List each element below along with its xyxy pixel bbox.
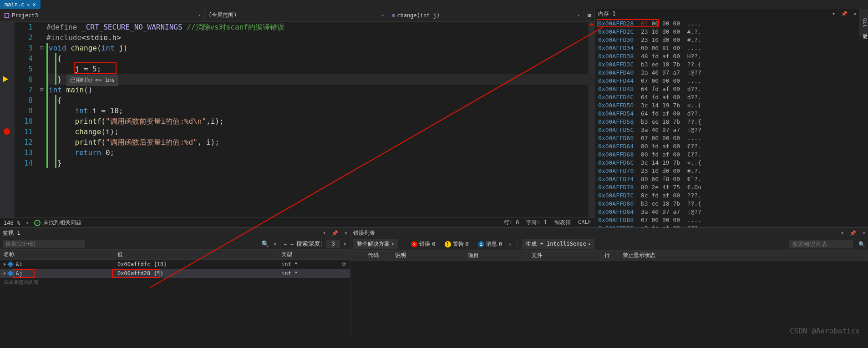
error-search-input[interactable] [789,240,853,248]
memory-line[interactable]: 0x00AFFD58 b3 ee 18 7b ??.{ [598,118,857,126]
memory-line[interactable]: 0x00AFFD5C 3a 40 97 a7 :@?? [598,126,857,135]
warnings-filter-button[interactable]: ! 警告 0 [442,239,472,249]
memory-line[interactable]: 0x00AFFD2C 23 10 d0 00 #.?. [598,28,857,36]
code-line[interactable]: }已用时间 <= 1ms [46,74,595,85]
watch-search-input[interactable] [3,240,85,248]
watch-add-item[interactable]: 添加要监视的项 [0,278,350,287]
scope-crumb[interactable]: (全局范围) ▾ [205,9,388,21]
depth-input[interactable] [326,240,340,248]
code-line[interactable]: change(i); [46,126,595,137]
memory-line[interactable]: 0x00AFFD88 07 00 00 00 .... [598,217,857,225]
memory-line[interactable]: 0x00AFFD6C 3c 14 19 7b <..{ [598,159,857,167]
watch-col-value[interactable]: 值 [114,251,278,258]
memory-line[interactable]: 0x00AFFD3C b3 ee 18 7b ??.{ [598,61,857,69]
watch-col-name[interactable]: 名称 [0,251,114,258]
code-line[interactable]: { [46,53,595,64]
close-icon[interactable]: × [344,230,347,236]
memory-line[interactable]: 0x00AFFD54 64 fd af 00 d??. [598,110,857,118]
pin-icon[interactable]: 📌 [332,230,338,236]
memory-line[interactable]: 0x00AFFD74 80 60 f8 00 €`?. [598,176,857,184]
window-menu-icon[interactable]: ▾ [832,11,835,17]
code-line[interactable]: { [46,95,595,106]
watch-col-type[interactable]: 类型 [278,251,350,258]
close-icon[interactable]: × [862,230,865,236]
window-menu-icon[interactable]: ▾ [323,230,326,236]
code-line[interactable]: #define _CRT_SECURE_NO_WARNINGS //消除vs对s… [46,22,595,32]
messages-filter-button[interactable]: i 消息 0 [475,239,505,249]
split-icon[interactable]: ⊞ [584,9,595,21]
build-source-label: 生成 + IntelliSense [526,240,586,248]
indent-mode: 制表符 [554,219,571,227]
err-col-code[interactable]: 代码 [364,252,391,259]
watch-row[interactable]: &i0x00affdfc {10}int *⟳ [0,260,350,269]
err-col-proj[interactable]: 项目 [464,252,528,259]
code-line[interactable]: } [46,158,595,168]
error-scope-dropdown[interactable]: 整个解决方案 ▾ [353,239,398,249]
pin-icon[interactable]: 📌 [850,230,856,236]
close-icon[interactable]: × [853,11,857,17]
memory-line[interactable]: 0x00AFFD80 b3 ee 18 7b ??.{ [598,200,857,208]
search-icon[interactable]: 🔍 [858,241,865,247]
code-line[interactable]: int main() [46,85,595,95]
code-line[interactable]: j = 5; [46,64,595,74]
pin-icon[interactable]: 📌 [841,11,848,17]
refresh-icon[interactable]: ⟳ [342,261,346,267]
close-icon[interactable]: × [32,1,36,8]
code-line[interactable]: #include<stdio.h> [46,32,595,43]
build-source-dropdown[interactable]: 生成 + IntelliSense ▾ [522,239,594,249]
fold-icon[interactable]: ⊟ [37,43,46,53]
watch-row[interactable]: &j0x00affd28 {5}int * [0,269,350,278]
clear-filter-icon[interactable]: ✕ [508,241,512,247]
memory-line[interactable]: 0x00AFFD4C 64 fd af 00 d??. [598,94,857,102]
code-line[interactable]: return 0; [46,147,595,158]
chevron-down-icon[interactable]: ▾ [274,241,277,247]
memory-line[interactable]: 0x00AFFD78 80 2e 4f 75 €.Ou [598,184,857,192]
code-line[interactable]: void change(int j) [46,43,595,53]
file-tab[interactable]: main.c ⇱ × [0,0,41,9]
memory-line[interactable]: 0x00AFFD48 64 fd af 00 d??. [598,86,857,94]
memory-line[interactable]: 0x00AFFD40 3a 40 97 a7 :@?? [598,69,857,77]
pin-icon[interactable]: ⇱ [27,2,30,7]
memory-line[interactable]: 0x00AFFD64 80 fd af 00 €??. [598,143,857,151]
memory-line[interactable]: 0x00AFFD8C a8 fd af 00 ???. [598,225,857,227]
memory-line[interactable]: 0x00AFFD30 23 10 d0 00 #.?. [598,36,857,45]
err-col-file[interactable]: 文件 [528,252,601,259]
memory-line[interactable]: 0x00AFFD7C 8c fd af 00 ???. [598,192,857,200]
chevron-down-icon: ▾ [198,13,201,18]
nav-prev-icon[interactable]: ← [284,241,288,247]
project-crumb-label: Project3 [12,12,38,19]
code-editor[interactable]: 1234567891011121314 ⊟⊟ #define _CRT_SECU… [0,22,595,217]
memory-view[interactable]: 0x00AFFD28 05 00 00 00 ....0x00AFFD2C 23… [595,18,859,227]
chevron-down-icon[interactable]: ▾ [343,241,346,247]
err-col-line[interactable]: 行 [601,252,619,259]
svg-rect-1 [5,14,9,17]
git-changes-tab[interactable]: Git 更改 [859,9,868,36]
code-line[interactable]: int i = 10; [46,106,595,116]
chevron-down-icon[interactable]: ▾ [25,220,29,226]
err-col-sup[interactable]: 禁止显示状态 [619,252,868,259]
function-crumb[interactable]: ⚙ change(int j) ▾ [388,9,584,21]
window-menu-icon[interactable]: ▾ [841,230,844,236]
zoom-level[interactable]: 146 % [4,220,20,226]
memory-line[interactable]: 0x00AFFD70 23 10 d0 00 #.?. [598,167,857,176]
search-icon[interactable]: 🔍 [261,240,269,247]
code-line[interactable]: printf("调用函数后变量i的值:%d", i); [46,137,595,147]
memory-line[interactable]: 0x00AFFD84 3a 40 97 a7 :@?? [598,208,857,217]
breakpoint-icon[interactable] [4,128,10,135]
line-number: 2 [15,32,33,43]
project-crumb[interactable]: Project3 ▾ [0,9,205,21]
nav-next-icon[interactable]: → [290,241,294,247]
code-line[interactable]: printf("调用函数前变量i的值:%d\n",i); [46,116,595,126]
memory-line[interactable]: 0x00AFFD68 80 fd af 00 €??. [598,151,857,159]
err-col-desc[interactable]: 说明 [391,252,464,259]
memory-line[interactable]: 0x00AFFD44 07 00 00 00 .... [598,77,857,86]
memory-line[interactable]: 0x00AFFD38 48 fd af 00 H??. [598,53,857,61]
fold-icon[interactable]: ⊟ [37,85,46,95]
memory-line[interactable]: 0x00AFFD50 3c 14 19 7b <..{ [598,102,857,110]
memory-line[interactable]: 0x00AFFD60 07 00 00 00 .... [598,135,857,143]
expand-icon[interactable] [4,272,6,275]
errors-filter-button[interactable]: ✕ 错误 0 [408,239,438,249]
memory-line[interactable]: 0x00AFFD34 00 00 81 00 .... [598,45,857,53]
watch-grid[interactable]: 名称 值 类型 &i0x00affdfc {10}int *⟳&j0x00aff… [0,250,350,338]
expand-icon[interactable] [4,262,6,266]
